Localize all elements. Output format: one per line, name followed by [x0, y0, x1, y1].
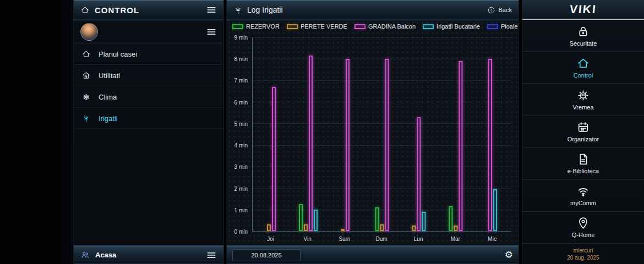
document-icon: [576, 152, 590, 166]
bar-irigatii-bucatarie: [493, 189, 497, 231]
legend-swatch: [487, 24, 498, 29]
nav-item-e-biblioteca[interactable]: e-Biblioteca: [522, 148, 644, 180]
nav-item-label: myComm: [570, 200, 596, 206]
legend-item-perete-verde[interactable]: PERETE VERDE: [287, 23, 347, 30]
sidebar-title: CONTROL: [95, 6, 201, 15]
footer-hamburger-menu-icon[interactable]: [206, 250, 217, 261]
bar-gradina-balcon: [488, 59, 492, 231]
y-tick-label: 8 min: [234, 56, 248, 62]
bar-group-dum: [375, 37, 389, 231]
bar-perete-verde: [412, 226, 416, 231]
snowflake-icon: ❄: [81, 92, 91, 102]
legend-label: PERETE VERDE: [301, 23, 347, 30]
nav-item-q-home[interactable]: Q-Home: [522, 212, 644, 244]
user-avatar[interactable]: [80, 23, 98, 41]
legend-label: Ploaie: [501, 23, 518, 30]
y-tick-label: 2 min: [234, 185, 248, 191]
settings-gear-icon[interactable]: ⚙: [505, 250, 513, 260]
sidebar-item-label: Utilitati: [99, 72, 120, 80]
legend-swatch: [354, 24, 365, 29]
legend-item-gradina-balcon[interactable]: GRADINA Balcon: [354, 23, 416, 30]
sidebar-header: CONTROL: [74, 0, 223, 20]
back-icon: [487, 6, 495, 14]
date-display: miercuri 20 aug. 2025: [522, 244, 644, 264]
y-tick-label: 6 min: [234, 99, 248, 105]
date-input[interactable]: 20.08.2025: [232, 249, 301, 261]
left-sidebar: CONTROL Planul caseiUtilitati❄ClimaIriga…: [73, 0, 224, 264]
sprinkler-icon: [81, 114, 91, 123]
calendar-icon: [576, 120, 590, 134]
right-sidebar: VIKI SecuritateControlVremeaOrganizatore…: [522, 0, 644, 264]
home-icon: [80, 6, 90, 15]
x-tick-label: Joi: [267, 236, 274, 242]
back-label: Back: [499, 7, 512, 13]
profile-row: [74, 20, 223, 43]
y-tick-label: 7 min: [234, 78, 248, 84]
legend-label: REZERVOR: [246, 23, 280, 30]
back-button[interactable]: Back: [487, 6, 512, 14]
chart-x-labels: JoiVinSamDumLunMarMie: [252, 236, 511, 244]
bar-perete-verde: [380, 224, 384, 231]
legend-item-ploaie[interactable]: Ploaie: [487, 23, 518, 30]
main-panel: Log Irigatii Back REZERVORPERETE VERDEGR…: [226, 0, 519, 264]
sidebar-footer[interactable]: Acasa: [74, 245, 223, 264]
y-tick-label: 0 min: [234, 229, 248, 235]
nav-item-control[interactable]: Control: [522, 52, 644, 84]
y-tick-label: 4 min: [234, 142, 248, 148]
nav-item-vremea[interactable]: Vremea: [522, 84, 644, 116]
y-tick-label: 9 min: [234, 35, 248, 41]
page-title: Log Irigatii: [247, 6, 483, 14]
nav-item-mycomm[interactable]: myComm: [522, 180, 644, 212]
bar-gradina-balcon: [417, 117, 421, 231]
bar-group-mie: [488, 37, 497, 231]
sidebar-item-planul-casei[interactable]: Planul casei: [74, 43, 223, 65]
profile-hamburger-menu-icon[interactable]: [206, 26, 217, 37]
bar-gradina-balcon: [309, 56, 313, 231]
utilities-icon: [81, 71, 91, 80]
x-tick-label: Lun: [414, 236, 423, 242]
legend-item-rezervor[interactable]: REZERVOR: [232, 23, 280, 30]
bar-gradina-balcon: [272, 87, 276, 231]
chart-area: REZERVORPERETE VERDEGRADINA BalconIrigat…: [227, 20, 519, 245]
bar-group-joi: [267, 37, 276, 231]
y-tick-label: 3 min: [234, 164, 248, 170]
bar-perete-verde: [304, 224, 308, 231]
irrigation-log-chart: 0 min1 min2 min3 min4 min5 min6 min7 min…: [230, 37, 511, 246]
legend-label: GRADINA Balcon: [368, 23, 416, 30]
date-label: 20 aug. 2025: [567, 254, 599, 261]
nav-item-organizator[interactable]: Organizator: [522, 116, 644, 147]
nav-item-label: Vremea: [572, 104, 593, 111]
nav-item-label: Control: [574, 72, 593, 79]
sidebar-item-label: Planul casei: [99, 50, 137, 58]
bar-irigatii-bucatarie: [314, 210, 318, 231]
nav-item-label: Organizator: [567, 136, 599, 142]
x-tick-label: Vin: [304, 236, 312, 242]
sidebar-item-label: Irigatii: [99, 114, 118, 123]
legend-swatch: [423, 24, 434, 29]
bar-group-mar: [449, 37, 462, 231]
nav-item-securitate[interactable]: Securitate: [522, 20, 644, 52]
bar-group-lun: [412, 37, 425, 231]
nav-item-label: Securitate: [570, 40, 597, 47]
bar-gradina-balcon: [385, 59, 389, 231]
sidebar-item-label: Clima: [99, 93, 117, 101]
sidebar-item-clima[interactable]: ❄Clima: [74, 86, 223, 108]
wifi-icon: [576, 184, 590, 198]
weather-icon: [576, 89, 590, 102]
chart-y-labels: 0 min1 min2 min3 min4 min5 min6 min7 min…: [230, 37, 252, 232]
sidebar-item-utilitati[interactable]: Utilitati: [74, 65, 223, 86]
bar-perete-verde: [341, 229, 345, 231]
left-bezel: [0, 0, 73, 264]
sidebar-item-irigatii[interactable]: Irigatii: [74, 108, 223, 129]
sidebar-menu: Planul caseiUtilitati❄ClimaIrigatii: [74, 43, 223, 129]
people-icon: [80, 250, 90, 260]
bar-irigatii-bucatarie: [422, 212, 425, 231]
legend-swatch: [232, 24, 243, 29]
x-tick-label: Mie: [488, 236, 496, 242]
legend-item-irigatii-bucatarie[interactable]: Irigatii Bucatarie: [423, 23, 480, 30]
hamburger-menu-icon[interactable]: [206, 4, 217, 15]
bar-rezervor: [375, 207, 379, 231]
legend-swatch: [287, 24, 298, 29]
logo-area: VIKI: [522, 0, 644, 20]
home-icon: [576, 57, 590, 70]
